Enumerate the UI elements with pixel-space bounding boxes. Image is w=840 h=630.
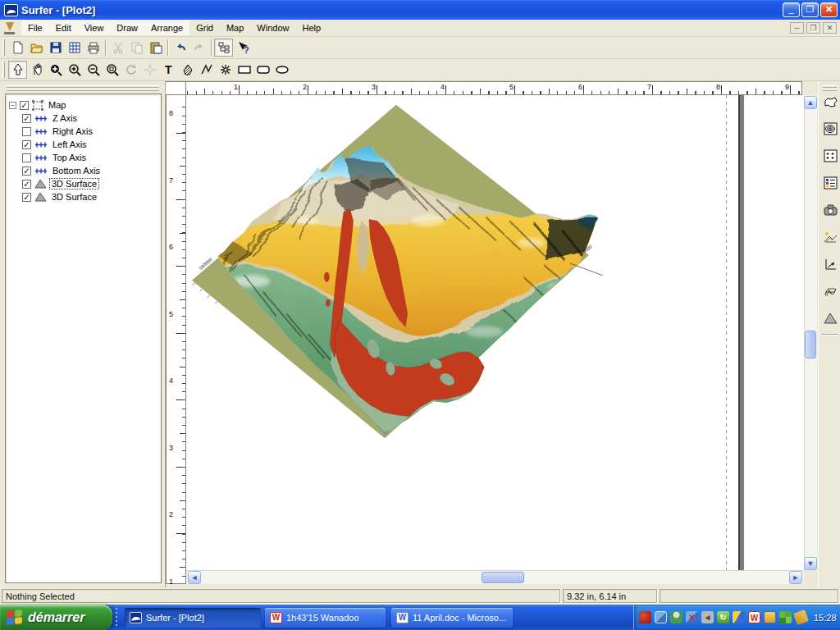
rectangle-tool-button[interactable] bbox=[235, 61, 253, 79]
mdi-close-button[interactable]: ✕ bbox=[823, 22, 837, 34]
context-help-button[interactable]: ? bbox=[233, 39, 252, 57]
menu-arrange[interactable]: Arrange bbox=[144, 21, 189, 35]
panel-gripper[interactable] bbox=[7, 85, 159, 88]
tree-item-label[interactable]: 3D Surface bbox=[50, 192, 98, 202]
panel-gripper[interactable] bbox=[7, 89, 159, 91]
start-button[interactable]: démarrer bbox=[0, 605, 112, 630]
new-button[interactable] bbox=[8, 39, 27, 57]
redo-button[interactable] bbox=[189, 39, 208, 57]
restore-button[interactable]: ❐ bbox=[801, 2, 819, 17]
vertical-scroll-thumb[interactable] bbox=[805, 331, 816, 358]
plot-canvas[interactable]: 560000 560000 bbox=[186, 95, 804, 570]
classed-post-map-button[interactable] bbox=[821, 174, 839, 192]
checkbox-unchecked-icon[interactable] bbox=[22, 153, 31, 162]
polygon-tool-button[interactable] bbox=[178, 61, 197, 79]
tree-item-map[interactable]: − ✓ Map bbox=[9, 98, 161, 112]
plot-3d-surface[interactable]: 560000 560000 bbox=[186, 95, 804, 570]
tree-item-label[interactable]: Bottom Axis bbox=[51, 166, 102, 176]
object-manager-toggle-button[interactable] bbox=[214, 39, 233, 57]
tree-item-label[interactable]: Left Axis bbox=[51, 139, 89, 149]
checkbox-checked-icon[interactable]: ✓ bbox=[22, 180, 31, 189]
mdi-minimize-button[interactable]: ─ bbox=[790, 22, 804, 34]
task-wanadoo[interactable]: W 1h43'15 Wanadoo bbox=[265, 608, 386, 628]
menu-file[interactable]: File bbox=[21, 21, 49, 35]
zoom-rectangle-button[interactable] bbox=[103, 61, 121, 79]
image-map-button[interactable] bbox=[821, 201, 839, 219]
tree-item-top-axis[interactable]: Top Axis bbox=[9, 151, 161, 164]
print-button[interactable] bbox=[84, 39, 103, 57]
tree-item-label[interactable]: Right Axis bbox=[51, 126, 94, 136]
select-tool-button[interactable] bbox=[8, 61, 27, 79]
base-map-button[interactable] bbox=[821, 93, 839, 111]
rounded-rectangle-tool-button[interactable] bbox=[253, 61, 272, 79]
cut-button[interactable] bbox=[108, 39, 127, 57]
checkbox-checked-icon[interactable]: ✓ bbox=[22, 193, 31, 202]
bird-tray-icon[interactable] bbox=[733, 611, 745, 623]
rotate-tool-button[interactable] bbox=[121, 61, 140, 79]
vertical-scrollbar[interactable]: ▲ ▼ bbox=[804, 95, 817, 584]
ati-tray-icon[interactable] bbox=[639, 611, 651, 623]
tree-item-3d-surface-1[interactable]: ✓ 3D Surface bbox=[9, 177, 161, 190]
checkbox-checked-icon[interactable]: ✓ bbox=[22, 167, 31, 176]
menu-help[interactable]: Help bbox=[295, 21, 327, 35]
object-manager-tree[interactable]: − ✓ Map ✓ Z Axis Right Axis ✓ Left Axis bbox=[5, 94, 162, 583]
wireframe-map-button[interactable] bbox=[821, 282, 839, 300]
checkbox-checked-icon[interactable]: ✓ bbox=[22, 140, 31, 149]
scroll-left-button[interactable]: ◄ bbox=[188, 571, 201, 584]
toolbar-gripper[interactable] bbox=[2, 62, 5, 78]
wanadoo-tray-icon[interactable]: W bbox=[748, 611, 760, 623]
tree-item-label[interactable]: Top Axis bbox=[51, 153, 88, 162]
update-tray-icon[interactable]: ↻ bbox=[717, 611, 729, 623]
polyline-tool-button[interactable] bbox=[197, 61, 216, 79]
tree-item-left-axis[interactable]: ✓ Left Axis bbox=[9, 138, 161, 151]
tree-item-z-axis[interactable]: ✓ Z Axis bbox=[9, 112, 161, 125]
task-surfer[interactable]: Surfer - [Plot2] bbox=[125, 608, 261, 628]
copy-button[interactable] bbox=[127, 39, 146, 57]
contour-map-button[interactable] bbox=[821, 120, 839, 138]
menu-map[interactable]: Map bbox=[220, 21, 250, 35]
scroll-down-button[interactable]: ▼ bbox=[804, 557, 817, 570]
tree-item-3d-surface-2[interactable]: ✓ 3D Surface bbox=[9, 190, 161, 203]
shaded-relief-map-button[interactable] bbox=[821, 228, 839, 246]
panel-gripper[interactable] bbox=[823, 89, 837, 91]
toolbar-gripper[interactable] bbox=[2, 39, 5, 56]
paste-button[interactable] bbox=[146, 39, 165, 57]
volume-tray-icon[interactable]: ◄ bbox=[701, 611, 714, 623]
collapse-icon[interactable]: − bbox=[9, 102, 16, 109]
zoom-in-button[interactable] bbox=[65, 61, 84, 79]
panel-gripper[interactable] bbox=[823, 85, 837, 88]
task-word-document[interactable]: W 11 April.doc - Microso... bbox=[391, 608, 513, 628]
quick-launch-handle[interactable] bbox=[116, 608, 117, 627]
zoom-out-button[interactable] bbox=[84, 61, 103, 79]
network-error-tray-icon[interactable]: ✕ bbox=[686, 611, 698, 623]
tree-item-right-axis[interactable]: Right Axis bbox=[9, 125, 161, 138]
pan-tool-button[interactable] bbox=[27, 61, 46, 79]
tree-item-bottom-axis[interactable]: ✓ Bottom Axis bbox=[9, 164, 161, 177]
menu-draw[interactable]: Draw bbox=[110, 21, 144, 35]
pen-tray-icon[interactable] bbox=[793, 609, 809, 625]
post-map-button[interactable] bbox=[821, 147, 839, 165]
worksheet-button[interactable] bbox=[65, 39, 84, 57]
undo-button[interactable] bbox=[171, 39, 189, 57]
menu-window[interactable]: Window bbox=[250, 21, 295, 35]
scroll-up-button[interactable]: ▲ bbox=[804, 96, 817, 109]
display-tray-icon[interactable] bbox=[764, 611, 776, 623]
free-rotate-button[interactable] bbox=[140, 61, 159, 79]
ellipse-tool-button[interactable] bbox=[272, 61, 291, 79]
network-tray-icon[interactable] bbox=[655, 611, 667, 623]
tree-item-label[interactable]: 3D Surface bbox=[50, 179, 98, 189]
horizontal-scrollbar[interactable]: ◄ ► bbox=[186, 570, 804, 584]
horizontal-scroll-thumb[interactable] bbox=[482, 572, 524, 583]
close-button[interactable]: ✕ bbox=[820, 2, 838, 17]
symbol-tool-button[interactable] bbox=[216, 61, 235, 79]
menu-view[interactable]: View bbox=[78, 21, 111, 35]
tree-item-label[interactable]: Z Axis bbox=[51, 113, 79, 123]
menu-grid[interactable]: Grid bbox=[189, 21, 220, 35]
plot-document-icon[interactable] bbox=[3, 21, 16, 34]
title-bar[interactable]: Surfer - [Plot2] _ ❐ ✕ bbox=[0, 0, 840, 20]
zoom-realtime-button[interactable] bbox=[46, 61, 65, 79]
checkbox-checked-icon[interactable]: ✓ bbox=[22, 114, 31, 123]
surface-map-button[interactable] bbox=[821, 309, 839, 327]
quad-tray-icon[interactable] bbox=[779, 611, 792, 623]
tree-item-label[interactable]: Map bbox=[47, 100, 67, 110]
